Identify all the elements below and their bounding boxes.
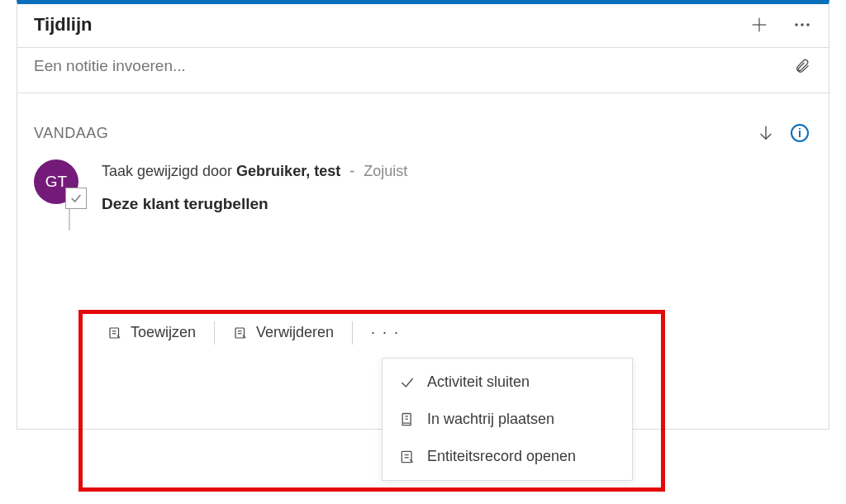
delete-button[interactable]: Verwijderen	[215, 319, 352, 346]
note-input[interactable]	[34, 57, 792, 75]
check-icon	[399, 374, 416, 391]
task-badge	[65, 188, 87, 209]
more-horizontal-icon	[792, 15, 812, 35]
delete-label: Verwijderen	[256, 324, 334, 341]
avatar-initials: GT	[45, 173, 67, 191]
assign-icon	[107, 326, 122, 340]
entry-user: Gebruiker, test	[236, 163, 340, 179]
assign-button[interactable]: Toewijzen	[89, 319, 214, 346]
timeline-title: Tijdlijn	[34, 14, 749, 36]
check-icon	[69, 192, 83, 205]
paperclip-icon	[794, 56, 810, 76]
menu-label-close-activity: Activiteit sluiten	[427, 373, 530, 391]
add-button[interactable]	[749, 15, 769, 35]
note-input-row	[17, 48, 829, 93]
section-actions: i	[756, 123, 809, 143]
attachment-button[interactable]	[792, 56, 812, 76]
avatar: GT	[34, 159, 78, 204]
entry-dash: -	[345, 163, 359, 179]
plus-icon	[750, 16, 768, 34]
delete-icon	[233, 326, 248, 340]
menu-item-close-activity[interactable]: Activiteit sluiten	[383, 364, 632, 401]
timeline-entry[interactable]: GT Taak gewijzigd door Gebruiker, test -…	[17, 145, 829, 213]
svg-rect-12	[402, 413, 411, 423]
entry-meta: Taak gewijzigd door Gebruiker, test - Zo…	[102, 163, 407, 180]
menu-label-open-record: Entiteitsrecord openen	[427, 448, 576, 465]
toolbar-more-button[interactable]: · · ·	[353, 319, 418, 346]
menu-item-open-record[interactable]: Entiteitsrecord openen	[383, 438, 632, 475]
menu-label-queue: In wachtrij plaatsen	[427, 411, 554, 428]
sort-button[interactable]	[756, 123, 776, 143]
more-horizontal-icon: · · ·	[371, 324, 400, 340]
arrow-down-icon	[757, 122, 775, 144]
entry-body: Taak gewijzigd door Gebruiker, test - Zo…	[78, 159, 407, 213]
record-icon	[399, 449, 416, 465]
entry-prefix: Taak gewijzigd door	[102, 163, 232, 179]
entry-toolbar: Toewijzen Verwijderen · · ·	[89, 319, 651, 346]
section-label-today: VANDAAG	[34, 125, 756, 142]
svg-point-4	[806, 23, 810, 26]
queue-icon	[399, 411, 416, 428]
info-button[interactable]: i	[791, 124, 809, 142]
menu-item-queue[interactable]: In wachtrij plaatsen	[383, 401, 632, 438]
entry-title: Deze klant terugbellen	[102, 195, 407, 213]
assign-label: Toewijzen	[131, 324, 196, 341]
svg-point-2	[795, 23, 798, 26]
section-header: VANDAAG i	[17, 93, 829, 145]
info-icon: i	[798, 126, 801, 140]
entry-time: Zojuist	[364, 163, 407, 179]
timeline-header: Tijdlijn	[17, 4, 829, 48]
svg-point-3	[801, 23, 804, 26]
context-menu: Activiteit sluiten In wachtrij plaatsen …	[382, 358, 633, 481]
timeline-header-actions	[749, 15, 812, 35]
svg-rect-15	[402, 451, 411, 462]
svg-rect-9	[235, 328, 245, 338]
svg-rect-6	[110, 328, 119, 338]
more-button[interactable]	[792, 15, 812, 35]
